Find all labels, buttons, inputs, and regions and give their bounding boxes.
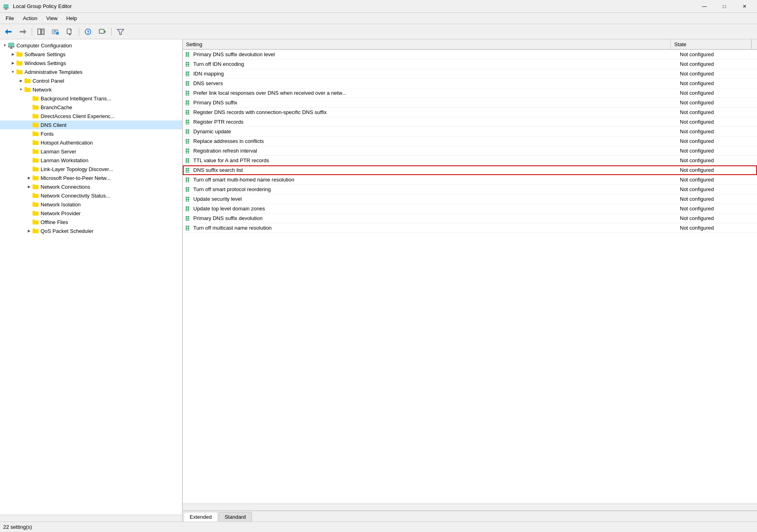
expander-network-isolation[interactable]: ▶ [26, 201, 32, 208]
list-row[interactable]: Register PTR records Not configured [183, 117, 757, 127]
close-button[interactable]: ✕ [735, 0, 754, 12]
expander-offline-files[interactable]: ▶ [26, 219, 32, 225]
tree-item-control-panel[interactable]: ▶ Control Panel [0, 76, 182, 85]
svg-rect-91 [186, 75, 187, 76]
tree-item-admin-templates[interactable]: ▼ Administrative Templates [0, 67, 182, 76]
svg-rect-156 [188, 179, 189, 181]
expander-network-connectivity[interactable]: ▶ [26, 192, 32, 199]
menu-view[interactable]: View [42, 14, 61, 22]
list-row[interactable]: IDN mapping Not configured [183, 69, 757, 79]
expander-dns-client[interactable]: ▶ [26, 122, 32, 128]
run-button[interactable] [96, 26, 109, 38]
tree-label-qos: QoS Packet Scheduler [41, 228, 94, 234]
list-row[interactable]: Turn off smart protocol reordering Not c… [183, 185, 757, 194]
list-row[interactable]: Primary DNS suffix devolution level Not … [183, 50, 757, 59]
list-scroll[interactable]: Primary DNS suffix devolution level Not … [183, 50, 757, 503]
policy-icon [184, 119, 192, 125]
expander-admin-templates[interactable]: ▼ [10, 69, 16, 75]
tree-item-ms-peer[interactable]: ▶ Microsoft Peer-to-Peer Netw... [0, 173, 182, 182]
expander-network[interactable]: ▼ [18, 86, 24, 93]
list-row[interactable]: Turn off IDN encoding Not configured [183, 59, 757, 69]
help-button[interactable]: ? [81, 26, 95, 38]
list-row[interactable]: Prefer link local responses over DNS whe… [183, 88, 757, 98]
filter-button[interactable] [114, 26, 127, 38]
list-horizontal-scrollbar[interactable] [183, 503, 757, 510]
svg-rect-68 [33, 202, 35, 203]
expander-lanman-workstation[interactable]: ▶ [26, 157, 32, 163]
tree-scroll[interactable]: ▼ Computer Configuration ▶ [0, 39, 182, 515]
svg-rect-127 [186, 133, 187, 134]
show-hide-button[interactable] [34, 26, 48, 38]
tree-item-computer-config[interactable]: ▼ Computer Configuration [0, 41, 182, 50]
list-row[interactable]: Replace addresses in conflicts Not confi… [183, 137, 757, 146]
svg-rect-58 [33, 158, 35, 159]
expander-computer-config[interactable]: ▼ [2, 42, 8, 49]
list-row[interactable]: Primary DNS suffix devolution Not config… [183, 214, 757, 223]
tree-item-network-connectivity[interactable]: ▶ Network Connectivity Status... [0, 191, 182, 200]
expander-hotspot[interactable]: ▶ [26, 139, 32, 146]
tab-standard[interactable]: Standard [219, 512, 252, 522]
svg-rect-141 [186, 158, 187, 160]
expander-qos[interactable]: ▶ [26, 228, 32, 234]
tree-item-link-layer[interactable]: ▶ Link-Layer Topology Discover... [0, 165, 182, 173]
col-header-state[interactable]: State [671, 39, 751, 49]
tab-extended[interactable]: Extended [184, 512, 218, 522]
menu-file[interactable]: File [2, 14, 18, 22]
col-header-setting[interactable]: Setting [183, 39, 671, 49]
list-row[interactable]: DNS servers Not configured [183, 79, 757, 88]
expander-windows-settings[interactable]: ▶ [10, 60, 16, 66]
tree-item-directaccess[interactable]: ▶ DirectAccess Client Experienc... [0, 112, 182, 120]
tree-item-dns-client[interactable]: ▶ DNS Client [0, 120, 182, 129]
expander-background[interactable]: ▶ [26, 95, 32, 102]
expander-branchcache[interactable]: ▶ [26, 104, 32, 110]
tree-item-network-connections[interactable]: ▶ Network Connections [0, 182, 182, 191]
menu-action[interactable]: Action [19, 14, 41, 22]
svg-rect-35 [16, 61, 23, 65]
svg-rect-177 [186, 216, 187, 218]
list-row[interactable]: Turn off multicast name resolution Not c… [183, 223, 757, 233]
expander-link-layer[interactable]: ▶ [26, 166, 32, 172]
tree-item-lanman-server[interactable]: ▶ Lanman Server [0, 147, 182, 156]
list-row[interactable]: Registration refresh interval Not config… [183, 146, 757, 156]
tree-item-network[interactable]: ▼ Network [0, 85, 182, 94]
tree-label-network-connectivity: Network Connectivity Status... [41, 193, 110, 199]
menu-help[interactable]: Help [62, 14, 81, 22]
expander-directaccess[interactable]: ▶ [26, 113, 32, 119]
list-row[interactable]: TTL value for A and PTR records Not conf… [183, 156, 757, 165]
list-row[interactable]: Turn off smart multi-homed name resoluti… [183, 175, 757, 185]
export-button[interactable] [63, 26, 77, 38]
tree-item-network-provider[interactable]: ▶ Network Provider [0, 209, 182, 218]
properties-button[interactable]: i [49, 26, 62, 38]
back-button[interactable] [2, 26, 15, 38]
forward-button[interactable] [16, 26, 30, 38]
expander-control-panel[interactable]: ▶ [18, 77, 24, 84]
tree-item-branchcache[interactable]: ▶ BranchCache [0, 103, 182, 112]
list-row[interactable]: Update top level domain zones Not config… [183, 204, 757, 214]
list-row[interactable]: Register DNS records with connection-spe… [183, 108, 757, 117]
tree-item-offline-files[interactable]: ▶ Offline Files [0, 218, 182, 226]
policy-icon [184, 71, 192, 77]
tree-item-windows-settings[interactable]: ▶ Windows Settings [0, 59, 182, 67]
svg-rect-2 [3, 8, 9, 8]
tree-horizontal-scrollbar[interactable] [0, 515, 182, 522]
minimize-button[interactable]: — [695, 0, 714, 12]
tree-item-software-settings[interactable]: ▶ Software Settings [0, 50, 182, 59]
tree-item-background[interactable]: ▶ Background Intelligent Trans... [0, 94, 182, 103]
expander-ms-peer[interactable]: ▶ [26, 175, 32, 181]
tree-item-network-isolation[interactable]: ▶ Network Isolation [0, 200, 182, 209]
tree-item-qos[interactable]: ▶ QoS Packet Scheduler [0, 226, 182, 235]
expander-network-provider[interactable]: ▶ [26, 210, 32, 216]
tree-item-lanman-workstation[interactable]: ▶ Lanman Workstation [0, 156, 182, 165]
maximize-button[interactable]: □ [715, 0, 734, 12]
list-row[interactable]: Primary DNS suffix Not configured [183, 98, 757, 108]
list-row[interactable]: Update security level Not configured [183, 194, 757, 204]
svg-rect-111 [186, 110, 187, 112]
expander-fonts[interactable]: ▶ [26, 130, 32, 137]
expander-software-settings[interactable]: ▶ [10, 51, 16, 57]
tree-item-hotspot[interactable]: ▶ Hotspot Authentication [0, 138, 182, 147]
expander-lanman-server[interactable]: ▶ [26, 148, 32, 155]
tree-item-fonts[interactable]: ▶ Fonts [0, 129, 182, 138]
expander-network-connections[interactable]: ▶ [26, 183, 32, 190]
list-row[interactable]: Dynamic update Not configured [183, 127, 757, 137]
list-row-dns-suffix[interactable]: DNS suffix search list Not configured [183, 165, 757, 175]
